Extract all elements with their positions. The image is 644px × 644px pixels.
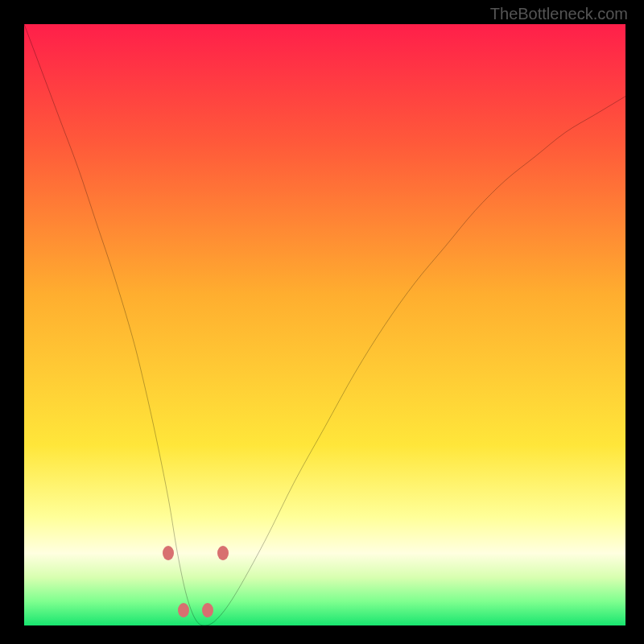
attribution-text: TheBottleneck.com — [490, 5, 628, 23]
data-marker — [202, 603, 213, 617]
bottleneck-curve — [24, 24, 625, 625]
curve-layer — [24, 24, 625, 625]
plot-area — [24, 24, 625, 625]
chart-frame: TheBottleneck.com — [0, 0, 644, 644]
data-marker — [163, 546, 174, 560]
data-marker — [178, 603, 189, 617]
data-marker — [217, 546, 229, 560]
